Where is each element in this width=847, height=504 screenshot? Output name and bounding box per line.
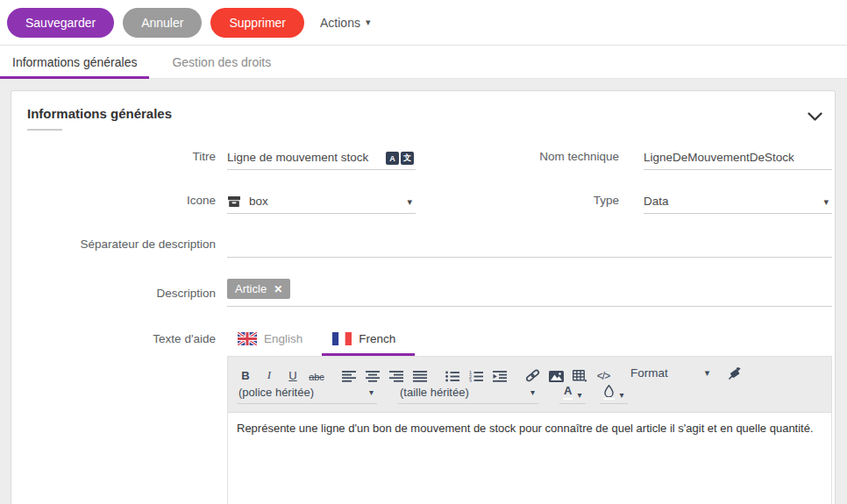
align-right-button[interactable] [388, 364, 405, 382]
screen: Sauvegarder Annuler Supprimer Actions ▾ … [0, 0, 847, 504]
font-size-select[interactable]: (taille héritée) ▾ [398, 386, 538, 404]
technical-name-value: LigneDeMouvementDeStock [644, 151, 794, 164]
technical-name-label: Nom technique [416, 150, 632, 170]
underline-button[interactable]: U [284, 364, 302, 382]
ordered-list-button[interactable]: 123 [467, 364, 485, 382]
italic-button[interactable]: I [260, 364, 278, 382]
translate-a-icon: A [386, 152, 399, 165]
tab-informations-generales[interactable]: Informations générales [0, 46, 149, 78]
chevron-down-icon: ▾ [577, 391, 581, 400]
chevron-down-icon: ▾ [823, 197, 829, 207]
font-family-value: (police héritée) [238, 386, 314, 399]
editor-toolbar-row2: (police héritée) ▾ (taille héritée) ▾ A … [228, 383, 831, 412]
table-icon [573, 370, 587, 382]
actions-dropdown-label: Actions [320, 16, 360, 30]
box-icon [227, 195, 241, 208]
chevron-down-icon: ▾ [530, 388, 535, 397]
help-text-label: Texte d'aide [27, 332, 216, 356]
rich-text-editor: B I U abc [227, 356, 832, 504]
informations-generales-panel: Informations générales Titre Ligne de mo… [11, 90, 836, 504]
tab-label: Informations générales [12, 55, 137, 69]
droplet-icon [603, 385, 615, 400]
description-separator-label: Séparateur de description [27, 238, 216, 258]
uk-flag-icon [238, 332, 257, 345]
code-view-button[interactable]: </> [594, 364, 612, 382]
technical-name-input[interactable]: LigneDeMouvementDeStock [644, 146, 832, 170]
link-button[interactable] [523, 364, 541, 382]
title-value: Ligne de mouvement stock [227, 151, 368, 164]
align-right-icon [389, 371, 403, 382]
icon-select[interactable]: box ▾ [227, 190, 416, 214]
ordered-list-icon: 123 [469, 371, 483, 382]
icon-value: box [249, 195, 268, 208]
translate-lang-icon: 文 [401, 152, 414, 165]
save-button[interactable]: Sauvegarder [7, 8, 114, 38]
description-label: Description [27, 287, 216, 307]
unordered-list-icon [445, 371, 459, 382]
strikethrough-button[interactable]: abc [308, 364, 325, 382]
bold-button[interactable]: B [237, 364, 254, 382]
french-flag-icon [332, 332, 352, 345]
form-row-separator: Séparateur de description [27, 234, 832, 258]
form: Titre Ligne de mouvement stock A 文 Nom t… [11, 131, 835, 504]
panel-header: Informations générales [11, 91, 835, 131]
action-bar: Sauvegarder Annuler Supprimer Actions ▾ [0, 0, 847, 46]
language-tab-label: French [359, 332, 395, 345]
format-dropdown-label: Format [630, 366, 668, 380]
text-color-icon: A [563, 385, 573, 400]
title-label: Titre [27, 150, 216, 170]
type-value: Data [644, 195, 669, 208]
align-center-button[interactable] [364, 364, 381, 382]
translate-button[interactable]: A 文 [386, 152, 414, 165]
tab-gestion-des-droits[interactable]: Gestion des droits [160, 46, 283, 78]
description-tag-label: Article [235, 282, 267, 295]
type-label: Type [416, 194, 632, 214]
align-justify-icon [413, 371, 427, 382]
language-tabs: English French [227, 327, 415, 356]
collapse-section-button[interactable] [808, 110, 822, 125]
language-tab-french[interactable]: French [322, 327, 415, 356]
align-justify-button[interactable] [411, 364, 429, 382]
unordered-list-button[interactable] [444, 364, 461, 382]
align-group [340, 364, 435, 382]
chevron-down-icon: ▾ [407, 197, 412, 207]
chevron-down-icon: ▾ [619, 391, 623, 400]
description-tag: Article ✕ [227, 279, 290, 299]
tab-bar: Informations générales Gestion des droit… [0, 46, 847, 79]
form-row-icon-type: Icone box ▾ Type Data ▾ [27, 190, 832, 214]
image-icon [549, 371, 564, 382]
align-left-icon [342, 371, 356, 382]
image-button[interactable] [547, 364, 565, 382]
type-select[interactable]: Data ▾ [644, 190, 832, 214]
font-family-select[interactable]: (police héritée) ▾ [237, 386, 377, 404]
chevron-down-icon [808, 112, 822, 122]
form-row-title: Titre Ligne de mouvement stock A 文 Nom t… [27, 146, 832, 170]
chevron-down-icon: ▾ [369, 388, 374, 397]
cancel-button[interactable]: Annuler [123, 8, 202, 38]
insert-group: </> [523, 364, 618, 382]
clear-format-button[interactable] [727, 366, 742, 380]
remove-tag-icon[interactable]: ✕ [274, 283, 282, 295]
icon-label: Icone [27, 194, 216, 214]
table-button[interactable] [571, 364, 588, 382]
title-input[interactable]: Ligne de mouvement stock A 文 [227, 146, 416, 170]
form-row-help-text: Texte d'aide English [27, 327, 832, 356]
delete-button[interactable]: Supprimer [210, 8, 304, 38]
form-row-description: Description Article ✕ [27, 278, 832, 307]
actions-dropdown[interactable]: Actions ▾ [320, 16, 370, 30]
text-color-button[interactable]: A ▾ [559, 385, 586, 404]
indent-button[interactable] [491, 364, 509, 382]
tab-label: Gestion des droits [172, 55, 271, 69]
editor-content[interactable]: Représente une ligne d'un bon de mouveme… [228, 412, 831, 504]
background-color-button[interactable]: ▾ [600, 385, 628, 404]
format-dropdown[interactable]: Format ▾ [630, 366, 709, 380]
link-icon [525, 369, 540, 382]
font-size-value: (taille héritée) [400, 386, 469, 399]
description-input[interactable]: Article ✕ [227, 278, 832, 307]
chevron-down-icon: ▾ [366, 18, 371, 27]
language-tab-label: English [264, 332, 302, 345]
align-left-button[interactable] [340, 364, 358, 382]
description-separator-input[interactable] [227, 234, 832, 258]
content-area: Informations générales Titre Ligne de mo… [0, 80, 847, 504]
language-tab-english[interactable]: English [227, 327, 322, 356]
